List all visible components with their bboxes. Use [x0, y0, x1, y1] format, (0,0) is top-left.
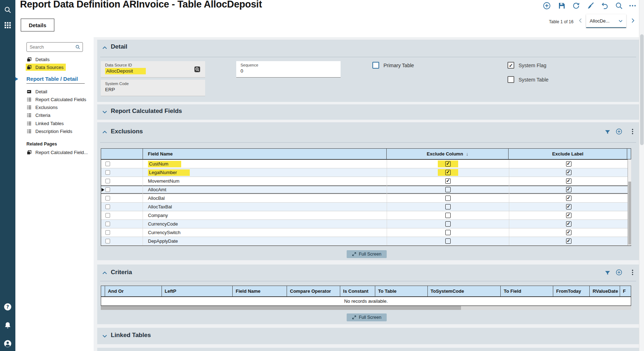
undo-icon[interactable]	[600, 1, 609, 10]
sidebar-item-exclusions[interactable]: Exclusions	[26, 104, 58, 111]
row-select-cell[interactable]	[101, 211, 143, 219]
row-select-cell[interactable]	[101, 203, 143, 211]
filter-icon[interactable]	[604, 270, 611, 277]
table-row[interactable]: CustNum	[101, 160, 631, 168]
criteria-column-header[interactable]: FromToday	[553, 286, 590, 296]
clear-icon[interactable]	[586, 1, 595, 10]
exclude-label-checkbox[interactable]	[566, 178, 571, 184]
tab-details[interactable]: Details	[21, 19, 54, 31]
exclude-label-cell[interactable]	[509, 203, 628, 211]
row-select-checkbox[interactable]	[105, 222, 110, 226]
table-row[interactable]: AllocBal	[101, 194, 631, 203]
criteria-column-header[interactable]: And Or	[105, 286, 162, 296]
sidebar-search-box[interactable]	[26, 42, 83, 52]
exclude-label-checkbox[interactable]	[566, 196, 571, 201]
criteria-column-header[interactable]: Field Name	[233, 286, 287, 296]
exclude-column-checkbox[interactable]	[445, 170, 451, 175]
chevron-up-icon[interactable]	[101, 129, 108, 135]
grid-vertical-scrollbar[interactable]	[628, 159, 631, 245]
search-icon[interactable]	[75, 44, 80, 50]
exclude-label-checkbox[interactable]	[566, 161, 571, 167]
chevron-up-icon[interactable]	[101, 45, 108, 51]
exclude-label-cell[interactable]	[509, 177, 628, 185]
filter-icon[interactable]	[604, 129, 611, 136]
primary-table-checkbox[interactable]: Primary Table	[372, 62, 414, 69]
row-select-checkbox[interactable]	[105, 170, 110, 175]
sidebar-item-description-fields[interactable]: Description Fields	[26, 128, 72, 135]
row-select-cell[interactable]	[101, 228, 143, 237]
search-icon[interactable]	[4, 6, 12, 14]
exclude-label-checkbox[interactable]	[566, 221, 571, 227]
exclude-column-checkbox[interactable]	[445, 230, 451, 235]
exclude-column-cell[interactable]	[387, 211, 509, 219]
column-header-exclude-label[interactable]: Exclude Label	[509, 149, 627, 159]
sidebar-search-input[interactable]	[27, 45, 75, 50]
criteria-column-header[interactable]: RValueDate	[590, 286, 620, 296]
criteria-column-header[interactable]: To Field	[501, 286, 553, 296]
table-row[interactable]: AllocTaxBal	[101, 203, 631, 211]
system-table-checkbox[interactable]: System Table	[507, 76, 549, 83]
checkbox[interactable]	[372, 62, 379, 69]
sidebar-item-data-sources[interactable]: Data Sources	[26, 64, 66, 71]
row-select-checkbox[interactable]	[105, 204, 110, 209]
exclude-label-cell[interactable]	[509, 237, 628, 245]
exclude-column-cell[interactable]	[387, 168, 509, 177]
exclude-label-cell[interactable]	[509, 194, 628, 202]
add-row-icon[interactable]	[615, 128, 623, 135]
criteria-column-header[interactable]: F	[620, 286, 631, 296]
column-header-exclude-column[interactable]: Exclude Column↓	[387, 149, 509, 159]
exclude-column-cell[interactable]	[387, 228, 509, 237]
row-select-checkbox[interactable]	[105, 239, 110, 243]
exclude-column-checkbox[interactable]	[445, 178, 451, 184]
sidebar-item-report-calculated-field-related[interactable]: Report Calculated Field...	[26, 149, 88, 156]
exclude-label-checkbox[interactable]	[566, 204, 571, 209]
row-select-cell[interactable]	[101, 237, 143, 245]
exclude-column-checkbox[interactable]	[445, 187, 451, 192]
exclude-label-checkbox[interactable]	[566, 238, 571, 244]
exclude-column-checkbox[interactable]	[445, 221, 451, 227]
sidebar-item-report-calculated-fields[interactable]: Report Calculated Fields	[26, 96, 86, 103]
search-toolbar-icon[interactable]	[615, 1, 623, 10]
notifications-icon[interactable]	[4, 321, 12, 330]
chevron-right-icon[interactable]	[630, 18, 636, 24]
sidebar-item-details[interactable]: Details	[26, 56, 50, 63]
table-row[interactable]: MovementNum	[101, 177, 631, 186]
row-select-checkbox[interactable]	[105, 213, 110, 218]
row-select-checkbox[interactable]	[105, 162, 110, 166]
more-options-icon[interactable]	[629, 269, 636, 276]
exclude-column-checkbox[interactable]	[445, 204, 451, 209]
sidebar-item-linked-tables[interactable]: Linked Tables	[26, 120, 64, 127]
more-options-icon[interactable]	[629, 128, 636, 135]
criteria-column-header[interactable]: Compare Operator	[287, 286, 340, 296]
row-select-cell[interactable]	[101, 194, 143, 202]
system-flag-checkbox[interactable]: ✓ System Flag	[507, 62, 546, 69]
help-icon[interactable]: ?	[4, 303, 12, 311]
full-screen-button[interactable]: Full Screen	[347, 250, 387, 258]
row-select-cell[interactable]	[101, 168, 143, 177]
exclude-label-cell[interactable]	[509, 186, 628, 194]
add-row-icon[interactable]	[615, 269, 623, 276]
row-select-cell[interactable]	[101, 220, 143, 228]
table-row[interactable]: CurrencySwitch	[101, 228, 631, 237]
exclude-column-cell[interactable]	[387, 194, 509, 202]
exclude-column-checkbox[interactable]	[445, 238, 451, 244]
table-row[interactable]: DepApplyDate	[101, 237, 631, 246]
criteria-column-header[interactable]: LeftP	[162, 286, 233, 296]
page-vertical-scrollbar[interactable]	[639, 0, 644, 351]
sidebar-item-criteria[interactable]: Criteria	[26, 112, 50, 119]
sequence-field[interactable]: Sequence	[236, 61, 341, 78]
criteria-column-header[interactable]: To Table	[375, 286, 428, 296]
table-row[interactable]: AllocAmt	[101, 186, 631, 194]
scrollbar-thumb[interactable]	[628, 182, 631, 244]
scrollbar-thumb[interactable]	[640, 34, 644, 145]
row-select-cell[interactable]	[101, 177, 143, 185]
table-row[interactable]: CurrencyCode	[101, 220, 631, 228]
row-select-cell[interactable]	[101, 186, 143, 194]
overflow-menu-icon[interactable]	[628, 1, 637, 10]
exclude-column-cell[interactable]	[387, 203, 509, 211]
row-select-checkbox[interactable]	[105, 179, 110, 183]
exclude-column-checkbox[interactable]	[445, 161, 451, 167]
row-select-cell[interactable]	[101, 160, 143, 168]
exclude-label-cell[interactable]	[509, 168, 628, 177]
column-header-field-name[interactable]: Field Name	[143, 149, 387, 159]
